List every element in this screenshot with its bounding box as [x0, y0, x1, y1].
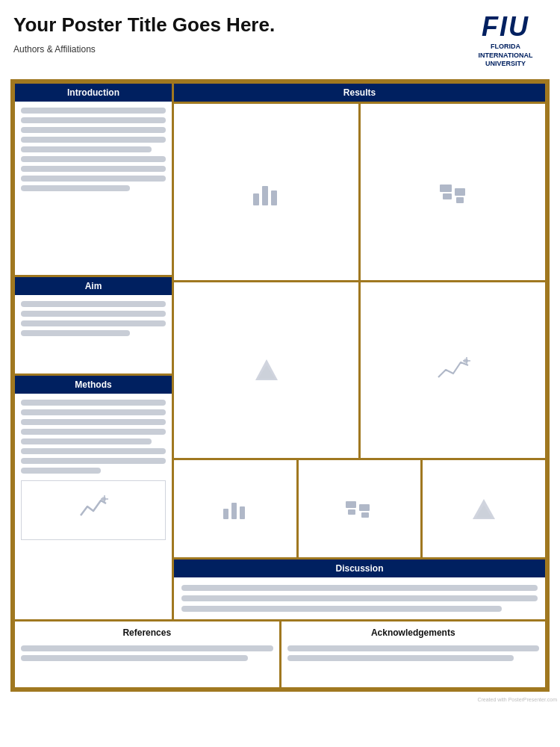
- svg-rect-18: [346, 501, 356, 508]
- discussion-line-2: [181, 595, 538, 601]
- watermark: Created with PosterPresenter.com: [0, 696, 560, 702]
- methods-line-8: [21, 468, 101, 474]
- result-chart-3: [174, 282, 358, 459]
- acknowledgements-body: [281, 641, 546, 687]
- methods-line-6: [21, 448, 166, 454]
- methods-image: [21, 480, 166, 540]
- results-grid-bottom: [174, 460, 545, 557]
- svg-rect-21: [361, 512, 369, 518]
- svg-rect-4: [262, 186, 268, 205]
- introduction-body: [15, 102, 172, 275]
- svg-rect-15: [223, 509, 228, 519]
- intro-line-4: [21, 137, 166, 143]
- authors-affiliations: Authors & Affiliations: [13, 44, 464, 55]
- intro-line-3: [21, 127, 166, 133]
- svg-rect-8: [455, 188, 465, 196]
- discussion-section: Discussion: [174, 560, 545, 619]
- methods-line-7: [21, 458, 166, 464]
- acknowledgements-header: Acknowledgements: [281, 622, 546, 641]
- methods-section: Methods: [15, 376, 172, 619]
- references-body: [15, 641, 279, 687]
- methods-chart-icon: [78, 495, 108, 525]
- discussion-line-3: [181, 606, 502, 612]
- intro-line-5: [21, 146, 152, 152]
- discussion-line-1: [181, 585, 538, 591]
- intro-line-1: [21, 108, 166, 114]
- results-grid-top: [174, 104, 545, 458]
- fiu-subtitle: FLORIDA INTERNATIONAL UNIVERSITY: [479, 43, 533, 69]
- fiu-logo: FIU FLORIDA INTERNATIONAL UNIVERSITY: [464, 13, 547, 69]
- bottom-row: References Acknowledgements: [15, 622, 545, 687]
- intro-line-7: [21, 166, 166, 172]
- svg-rect-9: [456, 197, 464, 203]
- references-section: References: [15, 622, 279, 687]
- fiu-letters: FIU: [482, 13, 529, 40]
- left-column: Introduction Aim: [15, 84, 172, 619]
- svg-rect-17: [240, 506, 245, 519]
- aim-line-1: [21, 301, 166, 307]
- introduction-section: Introduction: [15, 84, 172, 275]
- svg-rect-5: [271, 190, 277, 205]
- svg-rect-20: [359, 504, 370, 511]
- intro-line-9: [21, 185, 130, 191]
- results-header: Results: [174, 84, 545, 102]
- discussion-body: [174, 577, 545, 619]
- aim-header: Aim: [15, 277, 172, 295]
- ref-line-2: [21, 655, 248, 661]
- ack-line-1: [287, 645, 540, 651]
- methods-body: [15, 394, 172, 619]
- svg-rect-19: [348, 509, 355, 515]
- acknowledgements-section: Acknowledgements: [281, 622, 546, 687]
- aim-section: Aim: [15, 277, 172, 373]
- result-chart-1: [174, 104, 358, 280]
- top-row: Introduction Aim: [15, 84, 545, 619]
- intro-line-8: [21, 176, 166, 182]
- references-header: References: [15, 622, 279, 641]
- methods-line-1: [21, 400, 166, 406]
- svg-rect-16: [231, 503, 237, 519]
- result-chart-4: [361, 282, 545, 459]
- aim-line-3: [21, 320, 166, 326]
- methods-line-4: [21, 429, 166, 435]
- intro-line-2: [21, 117, 166, 123]
- right-column: Results: [174, 84, 545, 619]
- methods-header: Methods: [15, 376, 172, 394]
- poster-body: Introduction Aim: [10, 79, 550, 692]
- result-chart-5: [174, 460, 296, 557]
- result-chart-6: [299, 460, 421, 557]
- intro-line-6: [21, 156, 166, 162]
- poster-title: Your Poster Title Goes Here.: [13, 13, 464, 37]
- methods-line-2: [21, 409, 166, 415]
- svg-rect-6: [440, 185, 452, 192]
- result-chart-7: [423, 460, 545, 557]
- introduction-header: Introduction: [15, 84, 172, 102]
- discussion-header: Discussion: [174, 560, 545, 577]
- header-left: Your Poster Title Goes Here. Authors & A…: [13, 13, 464, 55]
- aim-body: [15, 295, 172, 373]
- result-chart-2: [361, 104, 545, 280]
- methods-line-5: [21, 438, 152, 444]
- ack-line-2: [287, 655, 514, 661]
- header: Your Poster Title Goes Here. Authors & A…: [0, 0, 560, 75]
- ref-line-1: [21, 645, 273, 651]
- aim-line-4: [21, 330, 130, 336]
- aim-line-2: [21, 311, 166, 317]
- svg-rect-7: [443, 193, 452, 199]
- methods-line-3: [21, 419, 166, 425]
- svg-rect-3: [253, 193, 259, 205]
